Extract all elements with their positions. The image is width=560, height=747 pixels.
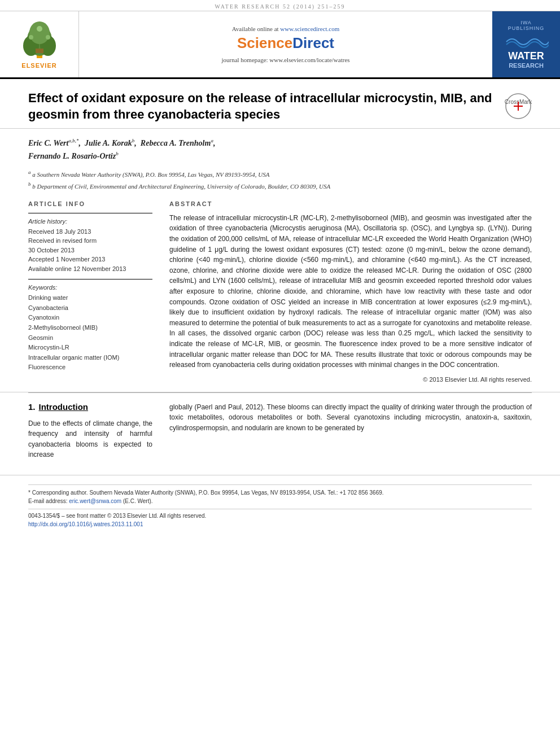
issn-line: 0043-1354/$ – see front matter © 2013 El… — [28, 513, 532, 519]
keyword-4: 2-Methylisoborneol (MIB) — [28, 323, 152, 333]
intro-section: 1. Introduction Due to the effects of cl… — [0, 393, 560, 469]
science-text: Science — [237, 34, 292, 51]
intro-right-text: globally (Paerl and Paul, 2012). These b… — [169, 402, 532, 434]
abstract-col: ABSTRACT The release of intracellular mi… — [169, 200, 532, 383]
doi-link[interactable]: http://dx.doi.org/10.1016/j.watres.2013.… — [28, 521, 143, 527]
svg-point-8 — [37, 26, 42, 32]
email-note: E-mail address: eric.wert@snwa.com (E.C.… — [28, 497, 532, 505]
two-col-section: ARTICLE INFO Article history: Received 1… — [0, 191, 560, 392]
abstract-label: ABSTRACT — [169, 200, 532, 207]
article-history: Article history: Received 18 July 2013 R… — [28, 213, 152, 274]
authors-line: Eric C. Werta,b,*, Julie A. Korakb, Rebe… — [28, 137, 532, 163]
history-revised-date: 30 October 2013 — [28, 246, 152, 255]
page: WATER RESEARCH 52 (2014) 251–259 ELSEVIE… — [0, 0, 560, 747]
author-eric-sup: a,b,* — [68, 138, 78, 143]
intro-left: 1. Introduction Due to the effects of cl… — [28, 402, 152, 460]
water-research-logo: IWA PUBLISHING WATER RESEARCH — [492, 11, 560, 77]
authors-section: Eric C. Werta,b,*, Julie A. Korakb, Rebe… — [0, 129, 560, 191]
author-eric: Eric C. Wert — [28, 139, 68, 147]
keyword-1: Drinking water — [28, 293, 152, 303]
history-accepted: Accepted 1 November 2013 — [28, 255, 152, 264]
svg-rect-5 — [36, 49, 43, 53]
author-fernando-sup: b — [116, 151, 119, 156]
keyword-2: Cyanobacteria — [28, 303, 152, 313]
wave-icon — [504, 33, 549, 50]
intro-left-text: Due to the effects of climate change, th… — [28, 418, 152, 460]
article-info-col: ARTICLE INFO Article history: Received 1… — [28, 200, 152, 383]
keyword-6: Microcystin-LR — [28, 343, 152, 353]
svg-point-6 — [29, 35, 33, 40]
affil-a-letter: a — [28, 169, 31, 175]
publishing-label: PUBLISHING — [508, 25, 545, 31]
top-header: ELSEVIER Available online at www.science… — [0, 11, 560, 79]
footer-divider — [28, 484, 532, 485]
keywords-label: Keywords: — [28, 284, 152, 291]
available-online-text: Available online at www.sciencedirect.co… — [232, 25, 340, 32]
affil-b: b b Department of Civil, Environmental a… — [28, 180, 532, 191]
elsevier-logo: ELSEVIER — [0, 11, 79, 77]
svg-point-7 — [46, 35, 50, 40]
footer-divider2 — [28, 509, 532, 509]
copyright-line: © 2013 Elsevier Ltd. All rights reserved… — [169, 376, 532, 383]
history-available: Available online 12 November 2013 — [28, 264, 152, 274]
footer-section: * Corresponding author. Southern Nevada … — [0, 475, 560, 531]
research-label: RESEARCH — [509, 62, 544, 69]
sciencedirect-logo: ScienceDirect — [237, 34, 334, 52]
science-direct-url[interactable]: www.sciencedirect.com — [280, 25, 339, 32]
article-title-row: Effect of oxidant exposure on the releas… — [28, 90, 532, 123]
center-header: Available online at www.sciencedirect.co… — [79, 11, 492, 77]
affil-a: a a Southern Nevada Water Authority (SNW… — [28, 168, 532, 180]
article-info-label: ARTICLE INFO — [28, 200, 152, 207]
keyword-7: Intracellular organic matter (IOM) — [28, 353, 152, 363]
crossmark-badge[interactable]: CrossMark — [505, 93, 532, 120]
keyword-8: Fluorescence — [28, 362, 152, 373]
journal-citation: WATER RESEARCH 52 (2014) 251–259 — [215, 3, 345, 10]
article-title-section: Effect of oxidant exposure on the releas… — [0, 79, 560, 129]
author-email-link[interactable]: eric.wert@snwa.com — [69, 498, 121, 504]
svg-point-4 — [29, 21, 50, 44]
section-title: Introduction — [39, 402, 88, 412]
history-label: Article history: — [28, 218, 152, 225]
keywords-section: Keywords: Drinking water Cyanobacteria C… — [28, 279, 152, 373]
corresponding-note: * Corresponding author. Southern Nevada … — [28, 488, 532, 497]
keyword-5: Geosmin — [28, 333, 152, 343]
intro-right: globally (Paerl and Paul, 2012). These b… — [169, 402, 532, 460]
abstract-text: The release of intracellular microcystin… — [169, 213, 532, 370]
crossmark-icon: CrossMark — [505, 93, 532, 120]
section-number: 1. — [28, 402, 36, 412]
author-rebecca-sup: a — [211, 138, 213, 143]
author-fernando: Fernando L. Rosario-Ortiz — [28, 152, 116, 160]
author-julie: Julie A. Korak — [85, 139, 132, 147]
author-rebecca: Rebecca A. Trenholm — [141, 139, 211, 147]
affiliations: a a Southern Nevada Water Authority (SNW… — [28, 168, 532, 191]
history-received: Received 18 July 2013 — [28, 227, 152, 237]
article-title: Effect of oxidant exposure on the releas… — [28, 90, 505, 123]
elsevier-brand-text: ELSEVIER — [21, 62, 56, 69]
author-julie-sup: b — [132, 138, 135, 143]
journal-homepage: journal homepage: www.elsevier.com/locat… — [221, 56, 349, 63]
journal-bar: WATER RESEARCH 52 (2014) 251–259 — [0, 0, 560, 11]
water-label: WATER — [508, 50, 544, 62]
history-revised-label: Received in revised form — [28, 236, 152, 246]
water-research-box: IWA PUBLISHING WATER RESEARCH — [496, 15, 557, 74]
keyword-3: Cyanotoxin — [28, 313, 152, 323]
iwa-label: IWA — [520, 20, 532, 25]
affil-b-letter: b — [28, 181, 31, 187]
doi-line: http://dx.doi.org/10.1016/j.watres.2013.… — [28, 521, 532, 527]
direct-text: Direct — [292, 34, 334, 51]
elsevier-tree-icon — [14, 20, 65, 60]
